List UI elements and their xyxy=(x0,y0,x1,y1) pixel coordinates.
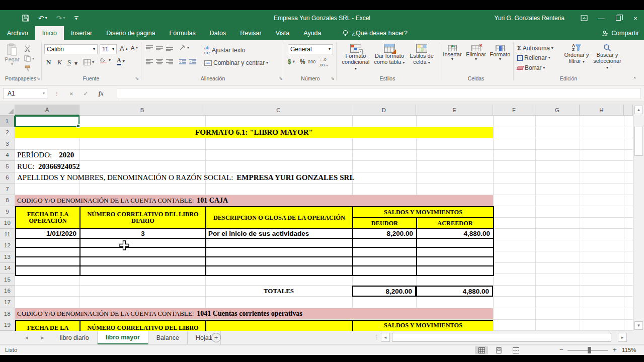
row-header-7[interactable]: 7 xyxy=(0,184,15,195)
row-header-16[interactable]: 16 xyxy=(0,286,15,297)
insert-function-button[interactable]: fx xyxy=(99,90,104,98)
active-cell-selection[interactable] xyxy=(15,116,79,127)
paste-button[interactable]: Pegar▾ xyxy=(3,43,21,66)
close-button[interactable]: × xyxy=(627,10,644,26)
decrease-indent-icon[interactable] xyxy=(179,59,186,65)
header2-descripcion[interactable]: DESCRIPCION O GLOSA DE LA OPERACIÓN xyxy=(206,320,353,331)
row-header-8[interactable]: 8 xyxy=(0,195,15,207)
underline-caret-icon[interactable]: ▾ xyxy=(74,61,77,65)
formula-input[interactable] xyxy=(117,88,641,99)
cell-acreedor-1[interactable]: 4,880.00 xyxy=(417,229,494,238)
copy-button[interactable]: ▾ xyxy=(24,55,34,62)
minimize-button[interactable]: — xyxy=(593,10,610,26)
merge-center-button[interactable]: Combinar y centrar▾ xyxy=(204,59,268,66)
sheet-nav-left-icon[interactable]: ◂ xyxy=(25,331,28,344)
cell-title-banner[interactable]: FORMATO 6.1: "LIBRO MAYOR" xyxy=(15,127,493,139)
format-as-table-button[interactable]: Dar formato como tabla ▾ xyxy=(373,44,406,65)
row-header-14[interactable]: 14 xyxy=(0,263,15,275)
column-header-h[interactable]: H xyxy=(580,105,624,116)
sort-filter-button[interactable]: AZ Ordenar y filtrar ▾ xyxy=(562,44,591,64)
enter-formula-icon[interactable]: ✓ xyxy=(84,90,89,97)
sheet-tab-balance[interactable]: Balance xyxy=(148,331,188,344)
align-top-icon[interactable] xyxy=(146,45,153,51)
column-header-a[interactable]: A xyxy=(15,105,79,116)
row-header-6[interactable]: 6 xyxy=(0,172,15,184)
zoom-in-icon[interactable]: + xyxy=(613,346,617,353)
row-header-1[interactable]: 1 xyxy=(0,116,15,127)
delete-cells-button[interactable]: × Eliminar▾ xyxy=(465,45,487,61)
row-header-10[interactable]: 10 xyxy=(0,218,15,229)
currency-format-button[interactable]: $▾ xyxy=(288,58,295,65)
row-header-19[interactable]: 19 xyxy=(0,319,15,331)
fill-color-button[interactable]: ▾ xyxy=(100,57,111,63)
select-all-corner[interactable] xyxy=(0,105,15,116)
row-header-15[interactable]: 15 xyxy=(0,274,15,286)
decrease-font-button[interactable]: A▾ xyxy=(131,45,138,51)
cell-numero-1[interactable]: 3 xyxy=(80,229,206,238)
font-size-combo[interactable]: 11▾ xyxy=(100,44,117,54)
column-header-partial[interactable] xyxy=(624,105,633,116)
row-header-18[interactable]: 18 xyxy=(0,308,15,320)
scroll-up-icon[interactable]: ▲ xyxy=(634,106,643,114)
scroll-down-icon[interactable]: ▼ xyxy=(634,321,643,330)
find-select-button[interactable]: Buscar y seleccionar ▾ xyxy=(593,44,622,70)
column-header-d[interactable]: D xyxy=(352,105,416,116)
ribbon-display-options-icon[interactable] xyxy=(576,10,593,26)
ribbon-tab-dise-o-de-p-gina[interactable]: Diseño de página xyxy=(99,26,162,40)
column-header-g[interactable]: G xyxy=(535,105,580,116)
italic-button[interactable]: K xyxy=(57,58,62,66)
cell-account-2[interactable]: CODIGO Y/O DENOMINACIÓN DE LA CUENTA CON… xyxy=(15,308,493,320)
underline-button[interactable]: S xyxy=(67,58,71,66)
sheet-tab-libro-diario[interactable]: libro diario xyxy=(52,331,98,344)
vertical-scrollbar[interactable]: ▲ ▼ xyxy=(633,105,644,331)
cell-fecha-1[interactable]: 1/01/2020 xyxy=(16,229,80,238)
row-header-5[interactable]: 5 xyxy=(0,161,15,172)
empty-row[interactable] xyxy=(16,266,494,276)
empty-row[interactable] xyxy=(16,238,494,248)
zoom-slider-thumb[interactable] xyxy=(588,347,591,353)
cell-ruc[interactable]: RUC:20366924052 xyxy=(17,161,80,172)
cell-razon-social[interactable]: APELLIDOS Y NOMBRES, DENOMINACIÓN O RAZÓ… xyxy=(17,172,354,184)
ribbon-tab-revisar[interactable]: Revisar xyxy=(233,26,268,40)
clipboard-dialog-launcher-icon[interactable]: ⇘ xyxy=(36,76,40,81)
row-header-9[interactable]: 9 xyxy=(0,206,15,218)
account-user-name[interactable]: Yuri G. Gonzales Renteria xyxy=(495,15,565,22)
cell-account-1[interactable]: CODIGO Y/O DENOMINACIÓN DE LA CUENTA CON… xyxy=(15,195,493,207)
clear-button[interactable]: Borrar▾ xyxy=(517,64,545,71)
new-sheet-button[interactable]: + xyxy=(211,333,221,342)
row-header-11[interactable]: 11 xyxy=(0,229,15,240)
view-page-break-icon[interactable] xyxy=(509,346,522,354)
comma-format-button[interactable]: 000 xyxy=(308,59,316,64)
ribbon-tab-datos[interactable]: Datos xyxy=(203,26,233,40)
cell-styles-button[interactable]: Estilos de celda ▾ xyxy=(408,44,436,65)
collapse-ribbon-icon[interactable]: ⌃ xyxy=(633,76,637,82)
header-numero[interactable]: NÚMERO CORRELATIVO DEL LIBRO DIARIO xyxy=(80,207,206,229)
align-middle-icon[interactable] xyxy=(156,45,163,51)
format-cells-button[interactable]: Formato▾ xyxy=(489,45,511,61)
number-dialog-launcher-icon[interactable]: ⇘ xyxy=(331,76,335,81)
sheet-nav-right-icon[interactable]: ▸ xyxy=(41,331,44,344)
align-bottom-icon[interactable] xyxy=(166,45,173,51)
row-header-12[interactable]: 12 xyxy=(0,240,15,252)
ribbon-tab-ayuda[interactable]: Ayuda xyxy=(296,26,328,40)
ribbon-tab-inicio[interactable]: Inicio xyxy=(35,26,64,40)
cell-periodo[interactable]: PERÍODO:2020 xyxy=(17,150,74,161)
align-right-icon[interactable] xyxy=(166,58,173,64)
cell-total-acreedor[interactable]: 4,880.00 xyxy=(416,286,493,297)
view-page-layout-icon[interactable] xyxy=(492,346,505,354)
font-dialog-launcher-icon[interactable]: ⇘ xyxy=(135,76,139,81)
zoom-level[interactable]: 115% xyxy=(622,347,636,353)
insert-cells-button[interactable]: ⇤ Insertar▾ xyxy=(442,45,463,61)
hscroll-left-icon[interactable]: ◂ xyxy=(381,333,390,342)
hscroll-right-icon[interactable]: ▸ xyxy=(618,333,627,342)
cell-total-deudor[interactable]: 8,200.00 xyxy=(352,286,416,297)
header-descripcion[interactable]: DESCRIPCION O GLOSA DE LA OPERACIÓN xyxy=(206,207,353,229)
wrap-text-button[interactable]: abc↩ Ajustar texto xyxy=(204,45,246,55)
ribbon-tab-f-rmulas[interactable]: Fórmulas xyxy=(163,26,203,40)
orientation-button[interactable]: ▾ xyxy=(179,44,189,51)
cancel-formula-icon[interactable]: × xyxy=(69,90,73,98)
increase-indent-icon[interactable] xyxy=(189,59,196,65)
row-header-3[interactable]: 3 xyxy=(0,138,15,150)
alignment-dialog-launcher-icon[interactable]: ⇘ xyxy=(279,76,283,81)
font-name-combo[interactable]: Calibri▾ xyxy=(44,44,98,54)
